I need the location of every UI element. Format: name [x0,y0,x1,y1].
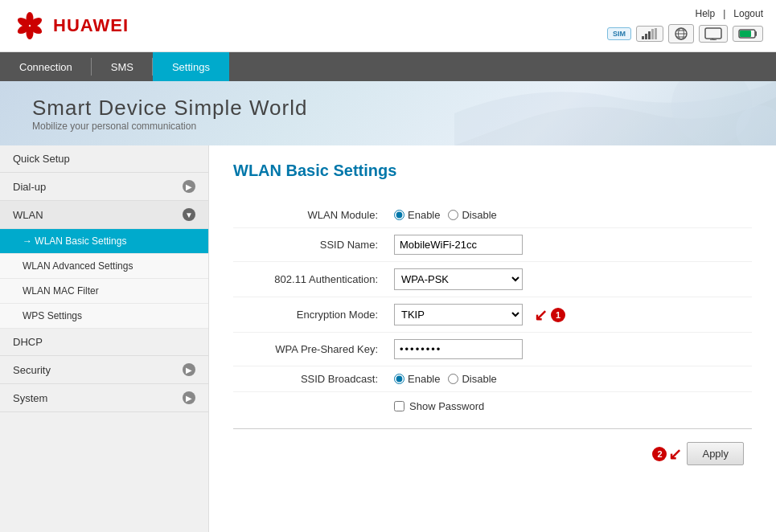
page-title: WLAN Basic Settings [233,162,752,186]
sidebar-item-dhcp[interactable]: DHCP [0,329,208,356]
dialup-expand-icon: ▶ [183,180,195,193]
banner-title: Smart Device Simple World [32,96,307,121]
show-password-row: Show Password [233,392,752,420]
psk-input[interactable] [394,339,523,359]
sidebar-item-quick-setup[interactable]: Quick Setup [0,145,208,173]
sidebar-item-dialup[interactable]: Dial-up ▶ [0,173,208,201]
psk-control [394,339,752,359]
wlan-enable-radio[interactable] [394,210,404,220]
auth-row: 802.11 Authentication: WPA-PSK WPA2-PSK … [233,262,752,297]
main-layout: Quick Setup Dial-up ▶ WLAN ▼ → WLAN Basi… [0,145,776,532]
nav-settings[interactable]: Settings [153,52,229,81]
encryption-row: Encryption Mode: TKIP AES TKIP+AES ↙ 1 [233,297,752,333]
banner-decoration [454,81,776,145]
top-bar: HUAWEI Help | Logout SIM [0,0,776,52]
logout-link[interactable]: Logout [733,8,763,19]
encryption-control: TKIP AES TKIP+AES ↙ 1 [394,304,752,325]
svg-rect-7 [645,34,647,39]
top-links: Help | Logout [695,8,763,19]
wlan-disable-radio-label[interactable]: Disable [448,209,496,221]
annotation-1: ↙ 1 [531,305,565,325]
sidebar-item-wlan-mac[interactable]: WLAN MAC Filter [0,279,208,304]
monitor-icon [699,25,728,43]
wlan-module-label: WLAN Module: [233,209,394,221]
sidebar-item-security[interactable]: Security ▶ [0,356,208,384]
ssid-input[interactable] [394,235,523,255]
sidebar-item-wlan-basic[interactable]: → WLAN Basic Settings [0,229,208,254]
annotation-2: 2 ↙ [649,442,682,465]
banner-subtitle: Mobilize your personal communication [32,121,307,132]
status-icons: SIM [607,24,763,43]
ssid-broadcast-row: SSID Broadcast: Enable Disable [233,366,752,392]
sidebar-wlan-subitems: → WLAN Basic Settings WLAN Advanced Sett… [0,229,208,329]
nav-sms[interactable]: SMS [92,52,153,81]
sidebar-item-wlan[interactable]: WLAN ▼ [0,201,208,229]
wlan-disable-radio[interactable] [448,210,458,220]
ssid-broadcast-control: Enable Disable [394,373,752,385]
wlan-module-control: Enable Disable [394,209,752,221]
sidebar-item-wlan-advanced[interactable]: WLAN Advanced Settings [0,254,208,279]
brand-name: HUAWEI [53,15,129,36]
banner: Smart Device Simple World Mobilize your … [0,81,776,145]
broadcast-enable-radio[interactable] [394,374,404,384]
auth-label: 802.11 Authentication: [233,273,394,285]
huawei-logo-icon [13,9,47,43]
signal-icon [636,26,663,42]
svg-rect-9 [651,29,654,39]
svg-rect-8 [648,31,651,39]
wlan-expand-icon: ▼ [183,208,195,221]
encryption-select[interactable]: TKIP AES TKIP+AES [394,304,523,325]
annotation-circle-1: 1 [551,308,565,322]
top-right-area: Help | Logout SIM [607,8,763,43]
broadcast-disable-radio-label[interactable]: Disable [448,373,496,385]
broadcast-disable-radio[interactable] [448,374,458,384]
wlan-module-row: WLAN Module: Enable Disable [233,203,752,228]
form-bottom: 2 ↙ Apply [233,428,752,465]
psk-row: WPA Pre-Shared Key: [233,333,752,366]
security-expand-icon: ▶ [183,363,195,376]
sidebar: Quick Setup Dial-up ▶ WLAN ▼ → WLAN Basi… [0,145,209,532]
nav-connection[interactable]: Connection [0,52,92,81]
sidebar-item-system[interactable]: System ▶ [0,384,208,412]
battery-icon [733,26,763,42]
sidebar-item-wps[interactable]: WPS Settings [0,304,208,329]
globe-icon [668,24,694,43]
psk-label: WPA Pre-Shared Key: [233,343,394,355]
auth-select[interactable]: WPA-PSK WPA2-PSK Mixed WPA/WPA2 [394,268,523,290]
broadcast-enable-radio-label[interactable]: Enable [394,373,440,385]
svg-rect-21 [740,31,751,37]
annotation-circle-2: 2 [652,447,667,461]
sim-icon: SIM [607,27,631,40]
help-link[interactable]: Help [695,8,715,19]
svg-rect-6 [642,36,644,39]
show-password-label[interactable]: Show Password [394,400,484,412]
wlan-enable-radio-label[interactable]: Enable [394,209,440,221]
svg-rect-20 [755,31,757,36]
logo-area: HUAWEI [13,9,129,43]
ssid-row: SSID Name: [233,228,752,262]
ssid-label: SSID Name: [233,239,394,251]
ssid-broadcast-label: SSID Broadcast: [233,373,394,385]
ssid-control [394,235,752,255]
apply-button[interactable]: Apply [687,442,744,465]
system-expand-icon: ▶ [183,391,195,404]
nav-bar: Connection SMS Settings [0,52,776,81]
content-area: WLAN Basic Settings WLAN Module: Enable … [209,145,776,532]
svg-rect-10 [655,28,657,39]
svg-rect-16 [705,28,721,39]
show-password-checkbox[interactable] [394,401,404,411]
encryption-label: Encryption Mode: [233,309,394,321]
auth-control: WPA-PSK WPA2-PSK Mixed WPA/WPA2 [394,268,752,290]
